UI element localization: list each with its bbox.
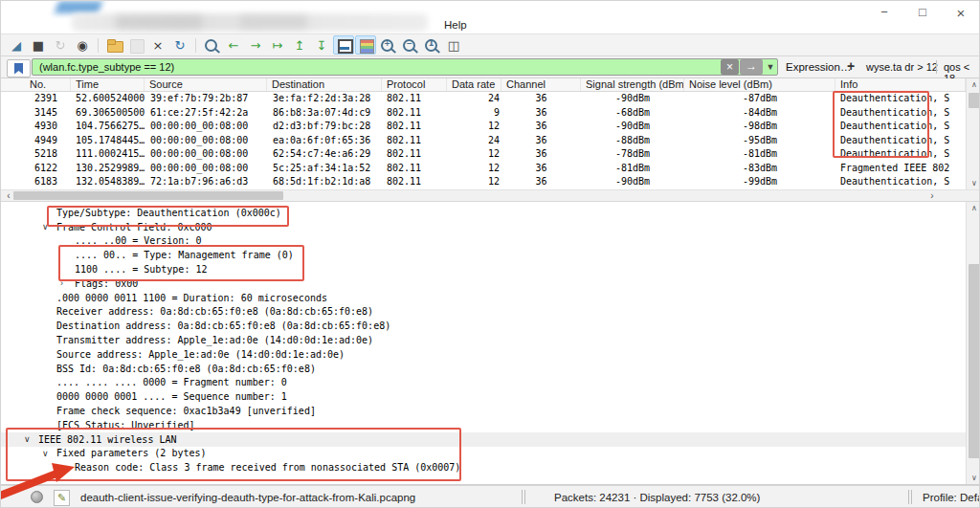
profile-label[interactable]: Profile: Default — [923, 492, 980, 503]
colorize-button[interactable] — [355, 35, 376, 55]
column-header[interactable]: Time — [71, 78, 145, 91]
column-header[interactable]: Destination — [267, 78, 382, 91]
close-icon[interactable]: × — [952, 5, 969, 21]
column-header[interactable]: Signal strength (dBm) — [581, 78, 684, 91]
go-first-button[interactable]: ↥ — [289, 35, 310, 55]
column-header[interactable]: No. — [1, 78, 71, 91]
go-to-packet-button[interactable]: ↦ — [267, 35, 288, 55]
display-filter-input[interactable]: (wlan.fc.type_subtype == 12) × → ▼ — [32, 58, 778, 76]
scrollbar-thumb[interactable] — [969, 93, 980, 108]
packet-row[interactable]: 2391 52.600524000 39:ef:7b:79:2b:87 3e:f… — [1, 92, 966, 106]
detail-tree-row[interactable]: .... ..00 = Version: 0 — [1, 234, 966, 249]
column-header[interactable]: Protocol — [382, 78, 447, 91]
detail-tree-row[interactable]: ∨ Fixed parameters (2 bytes) — [1, 447, 966, 461]
filter-clear-icon[interactable]: × — [721, 59, 739, 75]
packet-row[interactable]: 5218 111.0002415… 00:00:00_00:08:00 62:5… — [1, 147, 966, 162]
detail-tree-row[interactable]: Type/Subtype: Deauthentication (0x000c) — [1, 206, 966, 220]
go-forward-button[interactable]: → — [245, 35, 266, 55]
restart-capture-button[interactable]: ↻ — [50, 35, 71, 55]
go-last-button[interactable]: ↧ — [311, 35, 332, 55]
zoom-original-icon: 1 — [425, 39, 437, 48]
scroll-up-icon[interactable]: ∧ — [967, 78, 980, 91]
scrollbar-thumb[interactable] — [969, 264, 980, 458]
add-filter-button[interactable]: + — [847, 58, 855, 74]
auto-scroll-button[interactable] — [333, 35, 354, 55]
save-file-button[interactable] — [125, 35, 146, 55]
expand-arrow-icon[interactable]: ∨ — [24, 434, 38, 444]
zoom-out-button[interactable]: − — [399, 35, 420, 55]
stop-icon: ■ — [33, 39, 44, 52]
scroll-right-icon[interactable]: › — [925, 190, 939, 201]
detail-tree-row[interactable]: Reason code: Class 3 frame received from… — [1, 460, 966, 475]
filter-history-dropdown-icon[interactable]: ▼ — [764, 59, 777, 75]
start-capture-button[interactable]: ◢ — [6, 35, 27, 55]
packet-list-hscrollbar[interactable]: ‹ › — [1, 189, 980, 202]
filter-apply-icon[interactable]: → — [740, 59, 763, 75]
capture-comment-icon[interactable]: ✎ — [54, 490, 70, 506]
column-header[interactable]: Noise level (dBm) — [684, 78, 835, 91]
resize-columns-icon: ◫ — [448, 39, 459, 52]
zoom-in-button[interactable]: + — [377, 35, 398, 55]
capture-options-button[interactable]: ◉ — [72, 35, 93, 55]
find-packet-button[interactable] — [201, 35, 222, 55]
detail-tree-row[interactable]: .... .... .... 0000 = Fragment number: 0 — [1, 376, 966, 390]
packet-row[interactable]: 6183 132.0548389… 72:1a:b7:96:a6:d3 68:5… — [1, 175, 966, 189]
detail-tree-row[interactable]: BSS Id: 0a:8d:cb:65:f0:e8 (0a:8d:cb:65:f… — [1, 362, 966, 376]
blurred-app-icon — [55, 1, 102, 13]
minimize-icon[interactable]: − — [876, 5, 893, 21]
hscrollbar-thumb[interactable] — [13, 191, 283, 200]
column-header[interactable]: Channel — [501, 78, 581, 91]
detail-tree-row[interactable]: ∨ IEEE 802.11 wireless LAN — [1, 432, 966, 447]
detail-pane-scrollbar[interactable]: ∧ ∨ — [966, 202, 980, 484]
window-controls: − □ × — [876, 5, 969, 21]
expand-arrow-icon[interactable]: › — [60, 278, 75, 288]
stop-capture-button[interactable]: ■ — [28, 35, 49, 55]
close-file-button[interactable]: × — [147, 35, 168, 55]
packet-row[interactable]: 4949 105.1748445… 00:00:00_00:08:00 ea:0… — [1, 134, 966, 148]
column-header[interactable]: Data rate — [447, 78, 501, 91]
detail-tree-row[interactable]: .000 0000 0011 1100 = Duration: 60 micro… — [1, 291, 966, 305]
toolbar-separator[interactable] — [195, 38, 196, 53]
filter-bookmark-button[interactable] — [7, 59, 31, 77]
expert-info-icon[interactable] — [31, 491, 43, 503]
scroll-down-icon[interactable]: ∨ — [967, 177, 980, 189]
column-header[interactable]: Info — [835, 78, 966, 91]
status-bar: ✎ deauth-client-issue-verifying-deauth-t… — [1, 485, 980, 508]
detail-tree-row[interactable]: Destination address: 0a:8d:cb:65:f0:e8 (… — [1, 319, 966, 333]
detail-tree-row[interactable]: › Flags: 0x00 — [1, 276, 966, 291]
detail-tree-row[interactable]: Transmitter address: Apple_1e:ad:0e (14:… — [1, 333, 966, 347]
resize-columns-button[interactable]: ◫ — [443, 35, 464, 55]
restore-icon[interactable]: □ — [914, 5, 931, 21]
blurred-menu-region — [72, 13, 428, 32]
detail-tree-row[interactable]: ∨ Frame Control Field: 0xc000 — [1, 220, 966, 234]
magnifier-icon — [205, 39, 217, 48]
zoom-original-button[interactable]: 1 — [421, 35, 442, 55]
expression-button[interactable]: Expression… — [786, 61, 851, 73]
detail-tree-row[interactable]: .... 00.. = Type: Management frame (0) — [1, 248, 966, 262]
column-header[interactable]: Source — [145, 78, 267, 91]
arrow-to-top-icon: ↥ — [295, 39, 305, 52]
detail-tree-row[interactable]: [FCS Status: Unverified] — [1, 418, 966, 432]
detail-tree-row[interactable]: 1100 .... = Subtype: 12 — [1, 262, 966, 276]
toolbar-separator[interactable] — [98, 38, 99, 53]
scroll-down-icon[interactable]: ∨ — [967, 472, 980, 484]
expand-arrow-icon[interactable]: ∨ — [42, 449, 56, 458]
reload-file-button[interactable]: ↻ — [169, 35, 190, 55]
saved-filter-button[interactable]: wyse.ta dr > 12 — [866, 61, 938, 73]
bookmark-icon — [14, 63, 23, 75]
open-file-button[interactable] — [103, 35, 124, 55]
menu-help[interactable]: Help — [444, 19, 467, 31]
detail-tree-row[interactable]: Source address: Apple_1e:ad:0e (14:d0:0d… — [1, 347, 966, 362]
packet-row[interactable]: 4930 104.7566275… 00:00:00_00:08:00 d2:d… — [1, 120, 966, 134]
detail-tree-row[interactable]: Frame check sequence: 0xac1b3a49 [unveri… — [1, 404, 966, 418]
scroll-up-icon[interactable]: ∧ — [967, 202, 980, 214]
packet-list-header: No.TimeSourceDestinationProtocolData rat… — [1, 78, 966, 92]
packet-count-summary: Packets: 24231 · Displayed: 7753 (32.0%) — [554, 492, 760, 503]
detail-tree-row[interactable]: 0000 0000 0001 .... = Sequence number: 1 — [1, 389, 966, 404]
detail-tree-row[interactable]: Receiver address: 0a:8d:cb:65:f0:e8 (0a:… — [1, 305, 966, 320]
packet-row[interactable]: 6122 130.2529989… 00:00:00_00:08:00 5c:2… — [1, 162, 966, 176]
packet-row[interactable]: 3145 69.306500500 61:ce:27:5f:42:2a 86:b… — [1, 106, 966, 121]
expand-arrow-icon[interactable]: ∨ — [42, 222, 56, 232]
go-back-button[interactable]: ← — [223, 35, 244, 55]
packet-list-scrollbar[interactable]: ∧ ∨ — [966, 78, 980, 189]
